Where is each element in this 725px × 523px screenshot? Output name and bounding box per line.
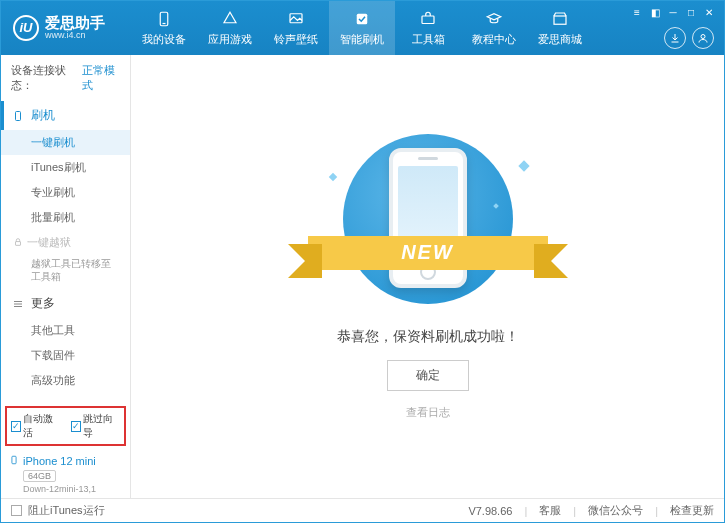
nav-toolbox[interactable]: 工具箱 bbox=[395, 1, 461, 55]
checkmark-icon: ✓ bbox=[11, 421, 21, 432]
sidebar-item-advanced[interactable]: 高级功能 bbox=[1, 368, 130, 393]
device-storage-badge: 64GB bbox=[23, 470, 56, 482]
nav-label: 爱思商城 bbox=[538, 32, 582, 47]
device-icon bbox=[154, 9, 174, 29]
checkbox-auto-activate[interactable]: ✓ 自动激活 bbox=[11, 412, 61, 440]
sidebar-section-more[interactable]: 更多 bbox=[1, 289, 130, 318]
device-name-label: iPhone 12 mini bbox=[23, 455, 96, 467]
nav-my-device[interactable]: 我的设备 bbox=[131, 1, 197, 55]
sidebar-item-itunes-flash[interactable]: iTunes刷机 bbox=[1, 155, 130, 180]
flash-icon bbox=[352, 9, 372, 29]
maximize-icon[interactable]: □ bbox=[684, 5, 698, 19]
nav-label: 铃声壁纸 bbox=[274, 32, 318, 47]
nav-label: 我的设备 bbox=[142, 32, 186, 47]
sidebar: 设备连接状态： 正常模式 刷机 一键刷机 iTunes刷机 专业刷机 批量刷机 … bbox=[1, 55, 131, 498]
jailbreak-label: 一键越狱 bbox=[27, 235, 71, 250]
phone-small-icon bbox=[9, 454, 19, 468]
sidebar-item-other-tools[interactable]: 其他工具 bbox=[1, 318, 130, 343]
nav-label: 应用游戏 bbox=[208, 32, 252, 47]
options-box: ✓ 自动激活 ✓ 跳过向导 bbox=[5, 406, 126, 446]
phone-icon bbox=[11, 109, 25, 123]
graduation-icon bbox=[484, 9, 504, 29]
block-itunes-label: 阻止iTunes运行 bbox=[28, 503, 105, 518]
success-message: 恭喜您，保资料刷机成功啦！ bbox=[337, 328, 519, 346]
sidebar-item-jailbreak: 一键越狱 bbox=[1, 230, 130, 255]
menu-icon[interactable]: ≡ bbox=[630, 5, 644, 19]
status-value: 正常模式 bbox=[82, 63, 120, 93]
sidebar-item-pro-flash[interactable]: 专业刷机 bbox=[1, 180, 130, 205]
toolbox-icon bbox=[418, 9, 438, 29]
svg-rect-3 bbox=[357, 14, 368, 25]
ribbon-text: NEW bbox=[308, 236, 548, 270]
nav-smart-flash[interactable]: 智能刷机 bbox=[329, 1, 395, 55]
checkmark-icon: ✓ bbox=[71, 421, 81, 432]
main-nav: 我的设备 应用游戏 铃声壁纸 智能刷机 工具箱 教程中心 bbox=[131, 1, 593, 55]
store-icon bbox=[550, 9, 570, 29]
skin-icon[interactable]: ◧ bbox=[648, 5, 662, 19]
checkbox-label: 自动激活 bbox=[23, 412, 60, 440]
checkbox-label: 跳过向导 bbox=[83, 412, 120, 440]
svg-rect-8 bbox=[16, 241, 21, 245]
nav-apps-games[interactable]: 应用游戏 bbox=[197, 1, 263, 55]
logo-badge-icon: iU bbox=[13, 15, 39, 41]
section-label: 刷机 bbox=[31, 107, 55, 124]
svg-rect-7 bbox=[16, 111, 21, 120]
app-logo: iU 爱思助手 www.i4.cn bbox=[1, 15, 131, 41]
sidebar-item-batch-flash[interactable]: 批量刷机 bbox=[1, 205, 130, 230]
svg-rect-5 bbox=[554, 16, 566, 24]
app-title: 爱思助手 bbox=[45, 15, 105, 32]
update-link[interactable]: 检查更新 bbox=[670, 503, 714, 518]
service-link[interactable]: 客服 bbox=[539, 503, 561, 518]
app-window: iU 爱思助手 www.i4.cn 我的设备 应用游戏 铃声壁纸 智能刷机 bbox=[0, 0, 725, 523]
close-icon[interactable]: ✕ bbox=[702, 5, 716, 19]
connection-status: 设备连接状态： 正常模式 bbox=[1, 55, 130, 101]
status-label: 设备连接状态： bbox=[11, 63, 78, 93]
version-label: V7.98.66 bbox=[468, 505, 512, 517]
svg-point-6 bbox=[701, 35, 705, 39]
svg-rect-4 bbox=[422, 16, 434, 24]
nav-ringtones[interactable]: 铃声壁纸 bbox=[263, 1, 329, 55]
header-bar: iU 爱思助手 www.i4.cn 我的设备 应用游戏 铃声壁纸 智能刷机 bbox=[1, 1, 724, 55]
wechat-link[interactable]: 微信公众号 bbox=[588, 503, 643, 518]
sidebar-item-download-firmware[interactable]: 下载固件 bbox=[1, 343, 130, 368]
lock-icon bbox=[13, 237, 23, 249]
success-illustration: NEW bbox=[318, 134, 538, 314]
ok-button[interactable]: 确定 bbox=[387, 360, 469, 391]
checkbox-skip-guide[interactable]: ✓ 跳过向导 bbox=[71, 412, 121, 440]
main-content: NEW 恭喜您，保资料刷机成功啦！ 确定 查看日志 bbox=[131, 55, 724, 498]
nav-tutorials[interactable]: 教程中心 bbox=[461, 1, 527, 55]
device-model: Down-12mini-13,1 bbox=[23, 484, 122, 494]
more-icon bbox=[11, 297, 25, 311]
nav-label: 智能刷机 bbox=[340, 32, 384, 47]
nav-label: 工具箱 bbox=[412, 32, 445, 47]
svg-rect-12 bbox=[12, 456, 16, 464]
app-subtitle: www.i4.cn bbox=[45, 31, 105, 41]
window-controls: ≡ ◧ ─ □ ✕ bbox=[630, 5, 716, 19]
sidebar-section-flash[interactable]: 刷机 bbox=[1, 101, 130, 130]
wallpaper-icon bbox=[286, 9, 306, 29]
nav-store[interactable]: 爱思商城 bbox=[527, 1, 593, 55]
jailbreak-note: 越狱工具已转移至工具箱 bbox=[1, 255, 130, 289]
apps-icon bbox=[220, 9, 240, 29]
section-label: 更多 bbox=[31, 295, 55, 312]
minimize-icon[interactable]: ─ bbox=[666, 5, 680, 19]
checkbox-block-itunes[interactable] bbox=[11, 505, 22, 516]
view-log-link[interactable]: 查看日志 bbox=[406, 405, 450, 420]
download-button[interactable] bbox=[664, 27, 686, 49]
new-ribbon-icon: NEW bbox=[308, 232, 548, 274]
nav-label: 教程中心 bbox=[472, 32, 516, 47]
sidebar-item-oneclick-flash[interactable]: 一键刷机 bbox=[1, 130, 130, 155]
footer-bar: 阻止iTunes运行 V7.98.66 | 客服 | 微信公众号 | 检查更新 bbox=[1, 498, 724, 522]
user-button[interactable] bbox=[692, 27, 714, 49]
device-panel[interactable]: iPhone 12 mini 64GB Down-12mini-13,1 bbox=[1, 450, 130, 498]
